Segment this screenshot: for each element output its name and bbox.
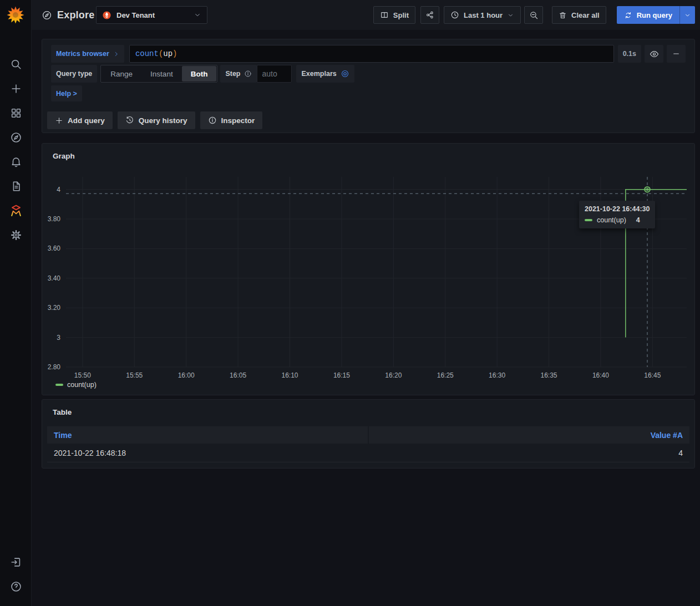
legend-item-count-up[interactable]: count(up) xyxy=(55,381,97,389)
query-token-function: count xyxy=(135,49,159,58)
search-icon xyxy=(10,58,22,70)
svg-text:3.80: 3.80 xyxy=(48,215,61,223)
query-token-arg: up xyxy=(163,49,173,58)
svg-text:3: 3 xyxy=(57,334,60,342)
query-token-paren-close: ) xyxy=(173,49,177,58)
minus-icon xyxy=(672,49,681,58)
sidebar-item-dashboards[interactable] xyxy=(0,101,32,125)
clock-icon xyxy=(450,11,459,19)
chevron-down-icon xyxy=(507,12,514,19)
split-icon xyxy=(380,11,389,19)
mimir-icon xyxy=(9,204,23,217)
plus-icon xyxy=(10,83,22,95)
query-input[interactable]: count(up) xyxy=(129,45,614,63)
add-query-button[interactable]: Add query xyxy=(47,111,113,129)
query-type-radio-group: Range Instant Both xyxy=(100,65,217,83)
svg-text:3.20: 3.20 xyxy=(48,304,61,312)
top-toolbar: Explore Dev Tenant Split Last 1 hour xyxy=(32,0,700,30)
split-label: Split xyxy=(393,11,409,19)
run-query-main[interactable]: Run query xyxy=(617,6,679,24)
query-type-option-instant[interactable]: Instant xyxy=(141,66,182,82)
svg-text:16:40: 16:40 xyxy=(592,371,609,379)
legend-swatch xyxy=(55,384,63,386)
sidebar-item-mimir-plugin[interactable] xyxy=(0,198,32,223)
sidebar-item-sign-in[interactable] xyxy=(0,550,32,574)
svg-text:4: 4 xyxy=(57,186,60,193)
svg-text:15:50: 15:50 xyxy=(74,371,91,379)
clear-all-button[interactable]: Clear all xyxy=(552,6,606,24)
query-history-button[interactable]: Query history xyxy=(118,111,195,129)
sidebar-menu xyxy=(0,52,32,247)
grafana-logo[interactable] xyxy=(0,0,31,30)
time-series-chart[interactable]: 43.803.603.403.2032.8015:5015:5516:0016:… xyxy=(42,144,694,395)
time-range-picker[interactable]: Last 1 hour xyxy=(444,6,521,24)
toggle-preview-button[interactable] xyxy=(645,45,663,63)
svg-text:16:10: 16:10 xyxy=(281,371,298,379)
tooltip-series-swatch xyxy=(585,219,592,221)
chevron-down-icon xyxy=(194,11,201,19)
svg-text:2.80: 2.80 xyxy=(48,363,61,371)
svg-text:16:30: 16:30 xyxy=(489,371,505,379)
time-range-label: Last 1 hour xyxy=(464,11,503,19)
history-icon xyxy=(125,116,134,125)
sidebar-item-alerting[interactable] xyxy=(0,150,32,174)
remove-query-button[interactable] xyxy=(667,45,686,63)
svg-text:16:20: 16:20 xyxy=(385,371,402,379)
step-input[interactable] xyxy=(257,65,292,83)
datasource-picker[interactable]: Dev Tenant xyxy=(96,6,207,24)
query-type-label: Query type xyxy=(51,65,97,83)
run-query-label: Run query xyxy=(637,11,672,19)
zoom-out-button[interactable] xyxy=(524,6,543,24)
run-query-button[interactable]: Run query xyxy=(617,6,695,24)
page-title: Explore xyxy=(57,9,94,21)
query-actions-row: Add query Query history Inspector xyxy=(47,111,686,129)
query-token-paren-open: ( xyxy=(159,49,163,58)
query-history-label: Query history xyxy=(139,116,187,125)
svg-text:16:35: 16:35 xyxy=(541,371,557,379)
help-button[interactable]: Help > xyxy=(51,85,82,101)
query-options-row: Query type Range Instant Both Step Exemp… xyxy=(51,65,686,83)
compass-icon xyxy=(42,10,52,21)
sidebar-item-help[interactable] xyxy=(0,574,32,599)
split-button[interactable]: Split xyxy=(373,6,415,24)
exemplars-eye-icon xyxy=(341,69,349,78)
explore-compass-icon xyxy=(10,131,22,144)
query-row: Metrics browser count(up) 0.1s xyxy=(51,45,686,63)
table-panel: Table Time Value #A 2021-10-22 16:48:18 … xyxy=(42,399,695,468)
metrics-browser-button[interactable]: Metrics browser xyxy=(51,45,124,63)
chevron-right-icon xyxy=(113,51,119,57)
sidebar-item-configuration[interactable] xyxy=(0,223,32,247)
table-header-value[interactable]: Value #A xyxy=(369,426,689,444)
help-row: Help > xyxy=(51,85,686,101)
table-cell-time: 2021-10-22 16:48:18 xyxy=(47,444,368,462)
sidebar-item-search[interactable] xyxy=(0,52,32,77)
inspector-button[interactable]: Inspector xyxy=(200,111,263,129)
plus-icon xyxy=(55,116,63,125)
legend-label: count(up) xyxy=(67,381,97,389)
query-type-option-both[interactable]: Both xyxy=(182,66,217,82)
datasource-label: Dev Tenant xyxy=(116,11,189,19)
chevron-down-icon xyxy=(684,12,691,19)
svg-text:15:55: 15:55 xyxy=(126,371,143,379)
share-button[interactable] xyxy=(420,6,439,24)
inspector-label: Inspector xyxy=(221,116,255,125)
query-type-option-range[interactable]: Range xyxy=(102,66,141,82)
sidebar-item-docs[interactable] xyxy=(0,174,32,198)
table-header-time[interactable]: Time xyxy=(47,426,368,444)
sidebar-item-create[interactable] xyxy=(0,77,32,101)
info-icon xyxy=(208,116,217,125)
tooltip-series-name: count(up) xyxy=(597,216,626,224)
sign-in-icon xyxy=(10,556,22,568)
table-row: 2021-10-22 16:48:18 4 xyxy=(47,444,689,462)
sidebar-item-explore[interactable] xyxy=(0,125,32,150)
run-query-caret[interactable] xyxy=(679,6,695,24)
tooltip-timestamp: 2021-10-22 16:44:30 xyxy=(585,205,650,213)
exemplars-toggle[interactable]: Exemplars xyxy=(296,65,354,83)
sync-icon xyxy=(624,11,632,19)
svg-text:16:15: 16:15 xyxy=(333,371,350,379)
results-table: Time Value #A 2021-10-22 16:48:18 4 xyxy=(47,426,689,462)
step-label-text: Step xyxy=(225,70,240,78)
alerting-bell-icon xyxy=(10,156,22,168)
svg-text:16:05: 16:05 xyxy=(230,371,246,379)
gear-icon xyxy=(10,229,22,241)
